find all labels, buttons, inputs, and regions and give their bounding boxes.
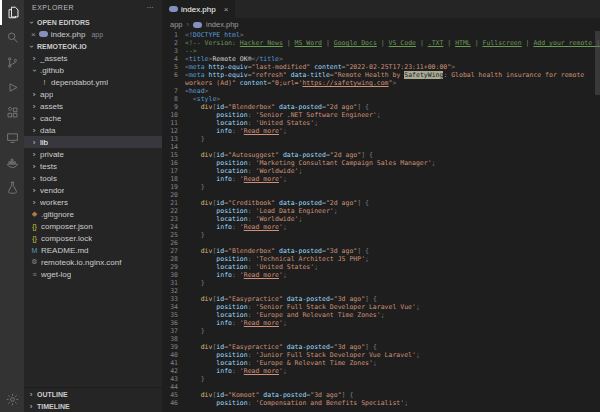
tree-item-label: cache (40, 114, 61, 123)
tab-index-php[interactable]: index.php × (162, 0, 235, 18)
tree-item-private[interactable]: ›private (24, 148, 162, 160)
code-token (185, 135, 201, 143)
remote-explorer-icon[interactable] (0, 125, 24, 150)
code-token: ; (283, 223, 287, 231)
breadcrumb-file[interactable]: index.php (206, 20, 239, 29)
run-and-debug-icon[interactable] (0, 75, 24, 100)
tree-item-readme-md[interactable]: MREADME.md (24, 244, 162, 256)
tree-item-dependabot-yml[interactable]: !dependabot.yml (24, 76, 162, 88)
code-token: info (216, 367, 232, 375)
docker-icon[interactable] (0, 150, 24, 175)
line-number: 26 (162, 239, 183, 247)
code-token: > (216, 95, 220, 103)
close-icon[interactable]: × (31, 30, 36, 39)
line-number: 36 (162, 319, 183, 327)
code-token: ; (365, 255, 369, 263)
testing-icon[interactable] (0, 175, 24, 200)
code-token: position (216, 255, 247, 263)
breadcrumb-separator-icon: › (187, 20, 190, 29)
tree-item-app[interactable]: ›app (24, 88, 162, 100)
line-number: 35 (162, 311, 183, 319)
code-line: 19 } (162, 183, 600, 191)
code-line: 21 div[id="Creditbook" data-posted="2d a… (162, 199, 600, 207)
code-line: 13 } (162, 135, 600, 143)
tree-item-label: wget-log (41, 270, 71, 279)
code-token: "3d ago" (334, 343, 365, 351)
extensions-icon[interactable] (0, 100, 24, 125)
settings-icon[interactable] (0, 387, 24, 412)
code-token: id (216, 295, 224, 303)
json-icon: {} (30, 223, 39, 230)
open-editors-header[interactable]: › OPEN EDITORS (24, 16, 162, 28)
scrollbar-thumb[interactable] (595, 31, 600, 95)
tree-item-composer-lock[interactable]: {}composer.lock (24, 232, 162, 244)
source-control-icon[interactable] (0, 50, 24, 75)
code-token (185, 103, 201, 111)
tree-item-lib[interactable]: ›lib (24, 136, 162, 148)
tree-item-composer-json[interactable]: {}composer.json (24, 220, 162, 232)
code-line: 36 info: 'Read more'; (162, 319, 600, 327)
code-line: 10 position: 'Senior .NET Software Engin… (162, 111, 600, 119)
code-line: 17 location: 'Worldwide'; (162, 167, 600, 175)
tree-item-assets[interactable]: ›_assets (24, 52, 162, 64)
code-area[interactable]: 1<!DOCTYPE html>2<!-- Version: Hacker Ne… (162, 31, 600, 412)
code-token: title (189, 55, 209, 63)
code-token (185, 167, 216, 175)
editor-group: index.php × app › index.php 1<!DOCTYPE h… (162, 0, 600, 412)
open-editor-detail: app (91, 31, 103, 38)
code-token (185, 183, 201, 191)
code-token: content (314, 63, 341, 71)
line-number: 27 (162, 247, 183, 255)
code-line: 24 info: 'Read more'; (162, 223, 600, 231)
code-token: | (443, 39, 455, 47)
code-line: 22 position: 'Lead Data Engineer'; (162, 207, 600, 215)
more-actions-icon[interactable]: ⋯ (147, 0, 155, 16)
tree-item-tools[interactable]: ›tools (24, 172, 162, 184)
tree-item-github[interactable]: ›.github (24, 64, 162, 76)
code-token: data-posted (283, 151, 326, 159)
code-line: 9 div[id="Blenderbox" data-posted="2d ag… (162, 103, 600, 111)
code-token: 'Worldwide' (255, 215, 298, 223)
workspace-header[interactable]: › REMOTEOK.IO (24, 40, 162, 52)
code-token: meta (189, 71, 205, 79)
code-token: Add your remote job (533, 39, 600, 47)
line-number: 16 (162, 159, 183, 167)
close-icon[interactable]: × (224, 5, 229, 14)
code-token (185, 263, 216, 271)
tree-item-tests[interactable]: ›tests (24, 160, 162, 172)
search-icon[interactable] (0, 25, 24, 50)
code-line: 38 (162, 335, 600, 343)
code-token: 'Europe and Relevant Time Zones' (255, 311, 380, 319)
breadcrumb-folder[interactable]: app (170, 20, 183, 29)
json-icon: {} (30, 235, 39, 242)
tree-item-data[interactable]: ›data (24, 124, 162, 136)
tree-item-label: private (40, 150, 64, 159)
code-token: data-posted (279, 247, 322, 255)
timeline-header[interactable]: › TIMELINE (24, 400, 162, 412)
line-number: 12 (162, 127, 183, 135)
tree-item-label: .github (40, 66, 64, 75)
tree-item-wget-log[interactable]: ≡wget-log (24, 268, 162, 280)
code-token: ; (404, 399, 408, 407)
line-number: 31 (162, 279, 183, 287)
tree-item-assets[interactable]: ›assets (24, 100, 162, 112)
code-token: "Komoot" (228, 391, 259, 399)
code-token: | (522, 39, 534, 47)
tree-item-workers[interactable]: ›workers (24, 196, 162, 208)
tab-bar: index.php × (162, 0, 600, 18)
tab-label: index.php (181, 5, 216, 14)
chevron-right-icon: › (27, 390, 35, 399)
tree-item-cache[interactable]: ›cache (24, 112, 162, 124)
tree-item-vendor[interactable]: ›vendor (24, 184, 162, 196)
open-editor-item-index-php[interactable]: × index.php app (24, 28, 162, 40)
code-token: Read more (244, 319, 279, 327)
outline-header[interactable]: › OUTLINE (24, 388, 162, 400)
explorer-icon[interactable] (0, 0, 24, 25)
code-line: 8 <style> (162, 95, 600, 103)
code-line: 41 location: 'Europe & Relevant Time Zon… (162, 359, 600, 367)
tree-item-gitignore[interactable]: ◆.gitignore (24, 208, 162, 220)
code-token: info (216, 223, 232, 231)
code-line: 44 (162, 383, 600, 391)
code-token: workers (Ad)" (185, 79, 240, 87)
tree-item-remoteok-io-nginx-conf[interactable]: ⚙remoteok.io.nginx.conf (24, 256, 162, 268)
